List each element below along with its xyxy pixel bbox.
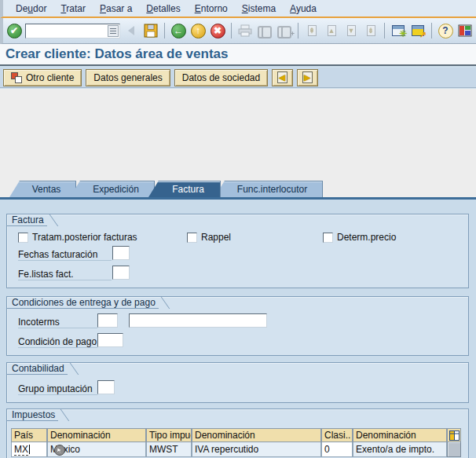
collapse-toolbar-icon[interactable] [123, 22, 140, 39]
otro-cliente-label: Otro cliente [26, 72, 74, 83]
application-toolbar: Otro cliente Datos generales Datos de so… [0, 68, 476, 88]
tratam-posterior-checkbox[interactable] [18, 233, 28, 243]
help-icon[interactable]: ? [437, 22, 454, 39]
header-fields-area: Deudor 1028999901 Alm Regional, Ctro de … [0, 89, 476, 181]
fe-listas-fact-field[interactable] [112, 266, 130, 280]
menu-pasar-a[interactable]: Pasar a [93, 2, 138, 16]
impuestos-group-title: Impuestos [7, 409, 58, 421]
menu-ayuda[interactable]: Ayuda [284, 2, 323, 16]
enter-check-icon[interactable]: ✔ [5, 22, 23, 39]
datos-generales-label: Datos generales [93, 72, 162, 83]
customize-layout-icon[interactable] [456, 22, 474, 39]
tratam-posterior-label: Tratam.posterior facturas [32, 232, 137, 243]
determ-precio-checkbox-row: Determ.precio [323, 232, 396, 243]
datos-sociedad-button[interactable]: Datos de sociedad [174, 69, 268, 86]
fe-listas-fact-label: Fe.listas fact. [18, 269, 112, 280]
command-field[interactable] [25, 24, 120, 38]
condiciones-group-title: Condiciones de entrega y de pago [7, 297, 159, 309]
cancel-icon[interactable]: ✖ [209, 22, 226, 39]
determ-precio-checkbox[interactable] [323, 233, 333, 243]
command-history-icon[interactable] [108, 25, 119, 37]
rappel-checkbox-row: Rappel [187, 232, 231, 243]
create-shortcut-icon[interactable]: ↗ [409, 22, 427, 39]
condicion-pago-field[interactable] [97, 333, 123, 347]
cell-clasificacion[interactable]: 0 [321, 442, 353, 457]
col-header-pais: País [11, 428, 47, 442]
page-title: Crear cliente: Datos área de ventas [5, 46, 228, 62]
tab-ventas[interactable]: Ventas [9, 181, 76, 197]
menu-bar: Deudor Tratar Pasar a Detalles Entorno S… [0, 0, 476, 18]
cell-pais[interactable]: MX [11, 442, 47, 457]
menu-deudor[interactable]: Deudor [9, 2, 53, 16]
next-page-icon[interactable]: ▼ [342, 22, 360, 39]
condicion-pago-label: Condición de pago [18, 336, 97, 348]
tratam-posterior-checkbox-row: Tratam.posterior facturas [18, 232, 137, 243]
cell-denominacion-clasi: Exento/a de impto. [353, 442, 447, 457]
table-scrollbar[interactable] [447, 442, 461, 457]
text-caret [29, 445, 30, 454]
tab-func-interlocutor[interactable]: Func.interlocutor [214, 181, 323, 197]
first-page-icon[interactable]: ⇞ [303, 22, 320, 39]
menu-sistema[interactable]: Sistema [236, 2, 282, 16]
print-icon[interactable] [236, 22, 254, 39]
previous-screen-icon: ◀ [277, 71, 287, 83]
next-screen-button[interactable]: ▶ [297, 69, 318, 86]
last-page-icon[interactable]: ⇟ [362, 22, 379, 39]
condiciones-group: Condiciones de entrega y de pago Incoter… [6, 296, 469, 356]
incoterms-text-field[interactable] [129, 313, 267, 328]
mouse-cursor-icon [54, 445, 65, 456]
other-customer-icon [11, 72, 22, 83]
fechas-facturacion-field[interactable] [112, 246, 130, 260]
tab-content: Factura Tratam.posterior facturas Rappel… [0, 200, 476, 458]
back-icon[interactable]: ← [170, 22, 187, 39]
find-next-icon[interactable]: + [276, 22, 293, 39]
cell-denominacion-pais: México [47, 442, 146, 457]
find-icon[interactable] [256, 22, 273, 39]
grupo-imputacion-label: Grupo imputación [18, 383, 97, 395]
cell-denominacion-tipo: IVA repercutido [192, 442, 321, 457]
otro-cliente-button[interactable]: Otro cliente [3, 69, 82, 86]
rappel-label: Rappel [201, 232, 231, 243]
contabilidad-group-title: Contabilidad [7, 363, 68, 375]
menu-detalles[interactable]: Detalles [140, 2, 186, 16]
tab-factura[interactable]: Factura [148, 181, 221, 197]
incoterms-label: Incoterms [18, 317, 97, 328]
incoterms-field[interactable] [97, 313, 118, 328]
col-header-denominacion-3: Denominación [353, 428, 447, 442]
table-configuration-button[interactable] [447, 428, 461, 442]
impuestos-table: País Denominación Tipo impue.. Denominac… [11, 428, 461, 457]
tab-expedicion[interactable]: Expedición [70, 181, 155, 197]
new-session-icon[interactable]: ✳ [390, 22, 407, 39]
col-header-denominacion-1: Denominación [47, 428, 146, 442]
cell-tipo-impuesto: MWST [146, 442, 192, 457]
col-header-tipo-impuesto: Tipo impue.. [146, 428, 192, 442]
save-icon[interactable] [142, 22, 159, 39]
table-settings-icon [449, 431, 460, 441]
col-header-denominacion-2: Denominación [192, 428, 321, 442]
menu-entorno[interactable]: Entorno [189, 2, 234, 16]
next-screen-icon: ▶ [302, 71, 313, 83]
previous-page-icon[interactable]: ▲ [323, 22, 340, 39]
datos-sociedad-label: Datos de sociedad [182, 72, 260, 83]
factura-group: Factura Tratam.posterior facturas Rappel… [6, 214, 469, 288]
col-header-clasificacion: Clasi.. [321, 428, 353, 442]
datos-generales-button[interactable]: Datos generales [86, 69, 170, 86]
determ-precio-label: Determ.precio [337, 232, 396, 243]
command-input[interactable] [26, 25, 108, 37]
fechas-facturacion-label: Fechas facturación [18, 249, 112, 261]
exit-icon[interactable]: ↑ [189, 22, 207, 39]
factura-group-title: Factura [7, 214, 47, 226]
tab-strip: Ventas Expedición Factura Func.interlocu… [0, 181, 476, 200]
standard-toolbar: ✔ ← ↑ ✖ + ⇞ ▲ ▼ ⇟ ✳ ↗ ? [0, 18, 476, 44]
title-bar: Crear cliente: Datos área de ventas [0, 44, 476, 66]
impuestos-group: Impuestos País Denominación Tipo impue..… [6, 409, 469, 458]
menu-tratar[interactable]: Tratar [54, 2, 92, 16]
grupo-imputacion-field[interactable] [97, 380, 115, 394]
previous-screen-button[interactable]: ◀ [272, 69, 293, 86]
contabilidad-group: Contabilidad Grupo imputación [6, 362, 469, 403]
rappel-checkbox[interactable] [187, 233, 197, 243]
